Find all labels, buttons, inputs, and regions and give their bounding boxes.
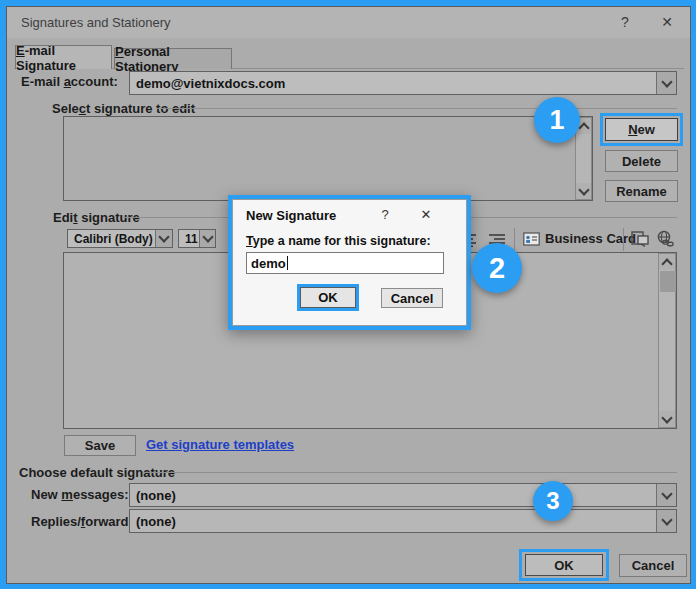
screenshot-frame: Signatures and Stationery ? ✕ E-mail Sig…	[0, 0, 696, 589]
insert-hyperlink-button[interactable]	[655, 230, 675, 247]
dialog-ok-label: OK	[318, 290, 338, 305]
rename-button[interactable]: Rename	[605, 180, 678, 202]
toolbar-separator	[623, 228, 624, 251]
replies-forwards-label: Replies/forwards:	[31, 514, 140, 529]
signature-name-input[interactable]: demo	[246, 252, 444, 274]
tab-label: E-mail Signature	[16, 43, 111, 73]
delete-button-label: Delete	[622, 154, 661, 169]
step-badge-3: 3	[533, 481, 573, 521]
cancel-button[interactable]: Cancel	[619, 554, 687, 577]
scrollbar-thumb[interactable]	[660, 271, 676, 292]
email-account-value: demo@vietnixdocs.com	[130, 76, 656, 91]
new-messages-label: New messages:	[31, 487, 129, 502]
new-messages-select[interactable]: (none)	[129, 483, 677, 507]
delete-button[interactable]: Delete	[605, 150, 678, 172]
dialog-title: New Signature	[246, 208, 336, 223]
tab-email-signature[interactable]: E-mail Signature	[15, 45, 112, 69]
chevron-down-icon[interactable]	[656, 72, 676, 94]
step-badge-1: 1	[534, 97, 580, 143]
chevron-down-icon[interactable]	[656, 510, 676, 532]
replies-forwards-value: (none)	[130, 514, 656, 529]
insert-picture-icon	[631, 231, 650, 247]
ok-button[interactable]: OK	[525, 554, 603, 576]
signature-listbox[interactable]	[63, 116, 593, 201]
font-size-select[interactable]: 11	[178, 229, 216, 248]
window-title: Signatures and Stationery	[21, 15, 171, 30]
dialog-ok-button[interactable]: OK	[300, 287, 356, 308]
business-card-button[interactable]: Business Card	[523, 231, 636, 246]
choose-default-groupline	[143, 472, 677, 473]
insert-picture-button[interactable]	[631, 231, 650, 247]
scroll-down-icon[interactable]	[576, 183, 591, 199]
new-messages-value: (none)	[130, 488, 656, 503]
email-account-select[interactable]: demo@vietnixdocs.com	[129, 71, 677, 95]
chevron-down-icon[interactable]	[656, 484, 676, 506]
scroll-up-icon[interactable]	[659, 254, 675, 270]
dialog-cancel-label: Cancel	[391, 291, 434, 306]
font-size-value: 11	[179, 232, 199, 246]
font-name-value: Calibri (Body)	[68, 232, 155, 246]
new-signature-dialog-highlight: New Signature ? ✕ Type a name for this s…	[228, 195, 471, 330]
tab-label: Personal Stationery	[115, 44, 231, 74]
rename-button-label: Rename	[616, 184, 667, 199]
window-titlebar: Signatures and Stationery ? ✕	[7, 7, 690, 38]
chevron-down-icon[interactable]	[155, 230, 172, 247]
step-badge-2: 2	[472, 243, 522, 293]
help-icon[interactable]: ?	[376, 207, 394, 222]
email-account-label: E-mail account:	[21, 74, 118, 89]
scroll-down-icon[interactable]	[659, 411, 675, 427]
new-button-label: New	[628, 122, 655, 137]
cancel-button-label: Cancel	[632, 558, 675, 573]
close-icon[interactable]: ✕	[416, 207, 436, 222]
select-signature-groupline	[157, 108, 677, 109]
save-button[interactable]: Save	[64, 435, 136, 456]
textarea-scrollbar[interactable]	[658, 253, 676, 428]
signature-name-value: demo	[247, 256, 286, 271]
text-caret	[287, 256, 289, 270]
tab-personal-stationery[interactable]: Personal Stationery	[114, 48, 232, 69]
chevron-down-icon[interactable]	[199, 230, 215, 247]
get-signature-templates-link[interactable]: Get signature templates	[146, 437, 294, 452]
insert-hyperlink-icon	[655, 230, 675, 247]
toolbar-separator	[514, 228, 515, 251]
ok-button-label: OK	[554, 558, 574, 573]
close-icon[interactable]: ✕	[657, 14, 677, 30]
save-button-label: Save	[85, 438, 115, 453]
dialog-cancel-button[interactable]: Cancel	[381, 288, 443, 308]
help-icon[interactable]: ?	[615, 14, 635, 30]
dialog-prompt: Type a name for this signature:	[246, 234, 431, 248]
replies-forwards-select[interactable]: (none)	[129, 509, 677, 533]
new-signature-dialog: New Signature ? ✕ Type a name for this s…	[232, 199, 467, 326]
new-button[interactable]: New	[605, 118, 678, 141]
font-name-select[interactable]: Calibri (Body)	[67, 229, 173, 248]
business-card-icon	[523, 232, 540, 246]
